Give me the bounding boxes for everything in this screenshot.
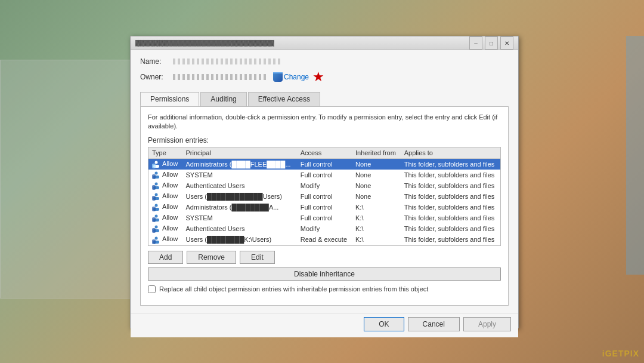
svg-point-0 bbox=[155, 161, 158, 164]
name-value bbox=[173, 59, 280, 64]
svg-point-18 bbox=[155, 226, 158, 229]
tab-content-permissions: For additional information, double-click… bbox=[140, 106, 509, 306]
table-row[interactable]: Allow Authenticated Users Modify None Th… bbox=[148, 180, 500, 191]
svg-point-21 bbox=[155, 236, 158, 239]
cell-type: Allow bbox=[148, 191, 182, 202]
cell-inherited: K:\ bbox=[352, 223, 401, 234]
svg-point-3 bbox=[155, 171, 158, 174]
cell-inherited: None bbox=[352, 191, 401, 202]
disable-inheritance-button[interactable]: Disable inheritance bbox=[148, 267, 501, 281]
cell-principal: Authenticated Users bbox=[182, 223, 297, 234]
user-icon bbox=[152, 182, 160, 190]
cell-principal: Administrators (████FLEE████... bbox=[182, 158, 297, 170]
cell-inherited: None bbox=[352, 170, 401, 180]
description-text: For additional information, double-click… bbox=[148, 113, 501, 131]
background-window bbox=[0, 60, 149, 299]
cell-applies: This folder, subfolders and files bbox=[401, 170, 500, 180]
cell-access: Full control bbox=[297, 170, 352, 180]
minimize-button[interactable]: – bbox=[469, 36, 482, 50]
user-icon bbox=[152, 171, 160, 179]
col-access: Access bbox=[297, 147, 352, 159]
cell-applies: This folder, subfolders and files bbox=[401, 191, 500, 202]
maximize-button[interactable]: □ bbox=[485, 36, 498, 50]
col-type: Type bbox=[148, 147, 182, 159]
owner-value bbox=[173, 74, 268, 80]
edit-button[interactable]: Edit bbox=[240, 251, 275, 264]
title-bar-text: ▓▓▓▓▓▓▓▓▓▓▓▓▓▓▓▓▓▓▓▓▓▓▓▓▓▓▓▓▓ bbox=[135, 39, 469, 47]
svg-rect-17 bbox=[152, 217, 156, 222]
cell-type: Allow bbox=[148, 170, 182, 180]
table-row[interactable]: Allow Users (████████K:\Users) Read & ex… bbox=[148, 234, 500, 245]
cell-inherited: None bbox=[352, 180, 401, 191]
svg-rect-11 bbox=[152, 196, 156, 201]
table-row[interactable]: Allow Authenticated Users Modify K:\ Thi… bbox=[148, 223, 500, 234]
tabs-container: Permissions Auditing Effective Access bbox=[140, 92, 509, 106]
cell-applies: This folder, subfolders and files bbox=[401, 234, 500, 245]
cell-access: Modify bbox=[297, 223, 352, 234]
cell-applies: This folder, subfolders and files bbox=[401, 202, 500, 213]
right-panel-bg bbox=[626, 36, 644, 275]
star-decoration: ★ bbox=[312, 69, 324, 85]
cell-access: Read & execute bbox=[297, 234, 352, 245]
svg-rect-23 bbox=[152, 239, 156, 244]
checkbox-row: Replace all child object permission entr… bbox=[148, 285, 501, 293]
table-header-row: Type Principal Access Inherited from App… bbox=[148, 147, 500, 159]
cell-principal: Users (████████████Users) bbox=[182, 191, 297, 202]
permission-table: Type Principal Access Inherited from App… bbox=[148, 147, 500, 245]
cell-access: Full control bbox=[297, 158, 352, 170]
cell-type: Allow bbox=[148, 202, 182, 213]
remove-button[interactable]: Remove bbox=[187, 251, 236, 264]
cell-principal: Authenticated Users bbox=[182, 180, 297, 191]
add-button[interactable]: Add bbox=[148, 251, 183, 264]
user-icon bbox=[152, 160, 160, 168]
tab-permissions[interactable]: Permissions bbox=[140, 92, 199, 106]
cell-inherited: K:\ bbox=[352, 234, 401, 245]
cell-applies: This folder, subfolders and files bbox=[401, 223, 500, 234]
apply-button[interactable]: Apply bbox=[463, 317, 511, 331]
change-link[interactable]: Change ★ bbox=[273, 69, 324, 85]
svg-rect-5 bbox=[152, 174, 156, 179]
cell-principal: SYSTEM bbox=[182, 213, 297, 223]
user-icon bbox=[152, 224, 160, 233]
user-icon bbox=[152, 192, 160, 201]
svg-rect-20 bbox=[152, 228, 156, 233]
replace-permissions-checkbox[interactable] bbox=[148, 285, 156, 293]
svg-rect-8 bbox=[152, 185, 156, 190]
cell-access: Full control bbox=[297, 202, 352, 213]
cell-access: Full control bbox=[297, 191, 352, 202]
cell-applies: This folder, subfolders and files bbox=[401, 180, 500, 191]
table-row[interactable]: Allow Users (████████████Users) Full con… bbox=[148, 191, 500, 202]
cell-applies: This folder, subfolders and files bbox=[401, 158, 500, 170]
cell-inherited: None bbox=[352, 158, 401, 170]
user-icon bbox=[152, 214, 160, 222]
close-button[interactable]: ✕ bbox=[500, 36, 513, 50]
tab-effective-access[interactable]: Effective Access bbox=[248, 92, 320, 106]
cancel-button[interactable]: Cancel bbox=[408, 317, 460, 331]
cell-inherited: K:\ bbox=[352, 202, 401, 213]
cell-type: Allow bbox=[148, 234, 182, 245]
col-applies: Applies to bbox=[401, 147, 500, 159]
shield-icon bbox=[273, 72, 283, 82]
owner-label: Owner: bbox=[140, 73, 173, 81]
table-row[interactable]: Allow SYSTEM Full control None This fold… bbox=[148, 170, 500, 180]
svg-point-6 bbox=[155, 183, 158, 186]
replace-permissions-label: Replace all child object permission entr… bbox=[159, 285, 428, 293]
cell-access: Full control bbox=[297, 213, 352, 223]
user-icon bbox=[152, 236, 160, 244]
cell-principal: Administrators (████████A... bbox=[182, 202, 297, 213]
change-text[interactable]: Change bbox=[284, 73, 309, 81]
table-row[interactable]: Allow Administrators (████████A... Full … bbox=[148, 202, 500, 213]
permission-table-container[interactable]: Type Principal Access Inherited from App… bbox=[148, 147, 501, 246]
svg-rect-2 bbox=[152, 164, 156, 168]
table-row[interactable]: Allow Administrators (████FLEE████... Fu… bbox=[148, 158, 500, 170]
tab-auditing[interactable]: Auditing bbox=[200, 92, 246, 106]
action-buttons: Add Remove Edit bbox=[148, 251, 501, 264]
table-row[interactable]: Allow SYSTEM Full control K:\ This folde… bbox=[148, 213, 500, 223]
user-icon bbox=[152, 203, 160, 211]
dialog-footer: OK Cancel Apply bbox=[131, 313, 518, 337]
cell-type: Allow bbox=[148, 223, 182, 234]
svg-point-15 bbox=[155, 215, 158, 218]
cell-applies: This folder, subfolders and files bbox=[401, 213, 500, 223]
cell-type: Allow bbox=[148, 180, 182, 191]
ok-button[interactable]: OK bbox=[364, 317, 404, 331]
